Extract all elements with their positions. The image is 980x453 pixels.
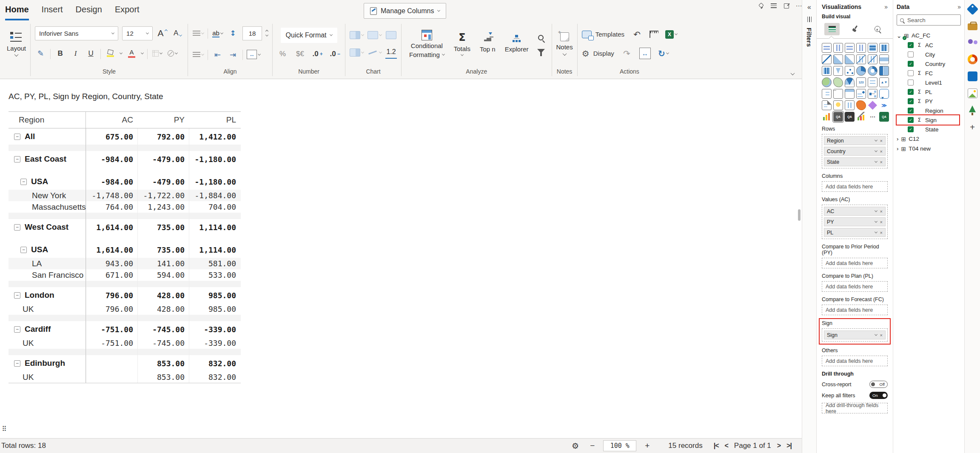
format-visual-tab[interactable]: [847, 23, 863, 35]
collapse-node-icon[interactable]: ⌄: [897, 32, 901, 39]
field-checkbox[interactable]: ✓: [908, 98, 914, 104]
table-icon[interactable]: [833, 89, 843, 99]
layout-icon[interactable]: [10, 31, 23, 43]
field-row-region[interactable]: ✓Region: [897, 106, 961, 115]
funnel-chart-icon[interactable]: [833, 66, 843, 76]
add-icon[interactable]: +: [968, 123, 977, 132]
collapse-toggle-icon[interactable]: −: [14, 326, 20, 333]
font-color-button[interactable]: A: [126, 47, 137, 60]
row-height-stepper[interactable]: [266, 30, 268, 37]
power-apps-icon[interactable]: [868, 100, 877, 110]
undo-button[interactable]: ↶: [631, 28, 643, 40]
pie-chart-icon[interactable]: [856, 66, 866, 76]
notes-icon[interactable]: [560, 32, 569, 41]
table-row[interactable]: UK853.00832.00: [9, 371, 241, 383]
photos-icon[interactable]: [968, 88, 977, 98]
clustered-column-chart-icon[interactable]: [856, 43, 866, 53]
field-pill-sign[interactable]: Sign×: [824, 330, 886, 339]
quick-format-button[interactable]: Quick Format: [281, 28, 337, 43]
totals-button[interactable]: Σ Totals: [450, 31, 474, 56]
filter-lines-icon[interactable]: [770, 2, 777, 9]
pin-icon[interactable]: [757, 2, 764, 9]
collapse-toggle-icon[interactable]: −: [20, 179, 27, 185]
field-pill-py[interactable]: PY×: [824, 217, 886, 226]
field-pill-state[interactable]: State×: [824, 157, 886, 166]
remove-field-icon[interactable]: ×: [880, 138, 883, 143]
field-pill-ac[interactable]: AC×: [824, 207, 886, 216]
kpi-icon[interactable]: ▲▼: [879, 77, 889, 87]
field-row-ac[interactable]: ✓ΣAC: [897, 40, 961, 50]
collapse-data-icon[interactable]: »: [957, 3, 961, 10]
more-visuals-icon[interactable]: ⋯: [868, 112, 877, 122]
table-row[interactable]: −West Coast1,614.00735.001,114.00: [9, 219, 241, 235]
column-header-pl[interactable]: PL: [189, 115, 240, 125]
tab-design[interactable]: Design: [76, 5, 102, 20]
custom-visual-bars-icon[interactable]: [822, 112, 832, 122]
decimal-places-button[interactable]: 1.2: [385, 46, 397, 59]
field-checkbox[interactable]: [908, 70, 914, 76]
column-header-region[interactable]: Region: [9, 112, 86, 128]
custom-visual-qa-green-icon[interactable]: QA: [879, 112, 889, 122]
field-row-pl[interactable]: ✓ΣPL: [897, 87, 961, 97]
multi-row-card-icon[interactable]: [868, 77, 877, 87]
table-row[interactable]: San Francisco671.00594.00533.00: [9, 269, 241, 281]
stacked-bar-chart-icon[interactable]: [822, 43, 832, 53]
sparkline-button[interactable]: [368, 46, 382, 59]
line-clustered-column-chart-icon[interactable]: [868, 54, 877, 64]
chevron-down-icon[interactable]: [141, 51, 144, 54]
matrix-icon[interactable]: [845, 89, 855, 99]
briefcase-icon[interactable]: [968, 23, 977, 30]
drag-handle-icon[interactable]: ⠿: [2, 425, 7, 433]
power-automate-icon[interactable]: ≫: [879, 100, 889, 110]
field-checkbox[interactable]: ✓: [908, 89, 914, 95]
field-checkbox[interactable]: [908, 80, 914, 85]
custom-visual-qa-dark-icon[interactable]: QA: [845, 112, 855, 122]
top-n-button[interactable]: Top n: [476, 35, 499, 53]
export-excel-button[interactable]: X: [665, 28, 677, 40]
toggle-on[interactable]: On: [869, 392, 888, 399]
decrease-decimal-button[interactable]: .0−: [329, 48, 341, 60]
remove-field-icon[interactable]: ×: [880, 219, 883, 225]
donut-chart-icon[interactable]: [868, 66, 877, 76]
table-node-c12[interactable]: ›⊞C12: [897, 134, 961, 144]
line-stacked-column-chart-icon[interactable]: [856, 54, 866, 64]
chart-box-button[interactable]: [350, 46, 364, 59]
arcgis-map-icon[interactable]: [856, 100, 866, 110]
collapse-visualizations-icon[interactable]: »: [884, 3, 888, 10]
add-data-fields-dropzone[interactable]: Add data fields here: [822, 181, 888, 192]
field-checkbox[interactable]: ✓: [908, 61, 914, 67]
field-pill-region[interactable]: Region×: [824, 136, 886, 145]
chevron-down-icon[interactable]: [875, 149, 877, 152]
zoom-in-button[interactable]: +: [645, 441, 650, 450]
remove-field-icon[interactable]: ×: [880, 160, 883, 165]
collapse-toggle-icon[interactable]: −: [14, 134, 20, 140]
outlook-icon[interactable]: [968, 71, 977, 81]
field-row-fc[interactable]: ΣFC: [897, 68, 961, 78]
templates-button[interactable]: Templates: [582, 28, 624, 40]
add-data-fields-dropzone[interactable]: Add data fields here: [822, 356, 888, 366]
gauge-icon[interactable]: [845, 77, 855, 87]
field-checkbox[interactable]: ✓: [908, 42, 914, 48]
font-size-select[interactable]: 12: [122, 26, 153, 40]
field-row-country[interactable]: ✓Country: [897, 59, 961, 68]
search-input[interactable]: Search: [897, 14, 961, 26]
qa-visual-icon[interactable]: [879, 89, 889, 99]
ribbon-chart-icon[interactable]: [879, 54, 889, 64]
table-row[interactable]: −USA1,614.00735.001,114.00: [9, 242, 241, 258]
remove-field-icon[interactable]: ×: [880, 209, 883, 214]
chevron-down-icon[interactable]: [875, 231, 877, 234]
font-family-select[interactable]: Inforiver Sans: [35, 26, 118, 40]
last-page-button[interactable]: >|: [786, 442, 792, 450]
more-options-icon[interactable]: ⋯: [795, 2, 803, 9]
table-row[interactable]: −Edinburgh853.00832.00: [9, 355, 241, 371]
paginated-report-icon[interactable]: [822, 100, 832, 110]
chevron-down-icon[interactable]: [562, 51, 567, 56]
chevron-down-icon[interactable]: [875, 333, 877, 336]
people-icon[interactable]: [968, 37, 977, 47]
column-width-button[interactable]: ↔: [247, 48, 260, 61]
100-stacked-column-chart-icon[interactable]: [879, 43, 889, 53]
report-icon[interactable]: [845, 100, 855, 110]
bold-button[interactable]: B: [54, 47, 66, 60]
increase-font-button[interactable]: A: [157, 27, 168, 40]
treemap-icon[interactable]: [879, 66, 889, 76]
